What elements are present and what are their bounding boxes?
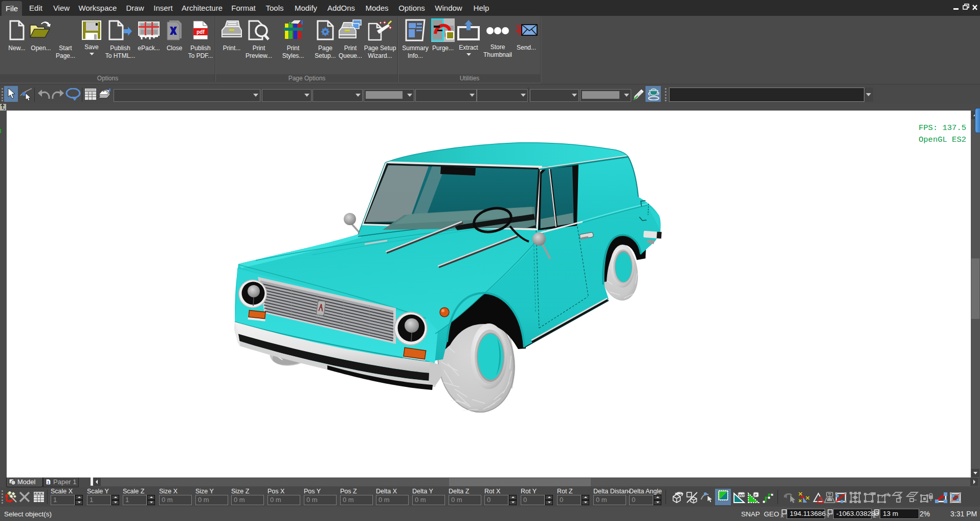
svg-text:Z: Z [873,513,876,518]
svg-text:Y: Y [827,513,830,518]
svg-text:1: 1 [47,480,50,485]
svg-text:X: X [781,513,784,518]
svg-text:WP: WP [739,493,746,497]
svg-text:pdf: pdf [196,29,205,35]
svg-text:P: P [754,493,758,497]
